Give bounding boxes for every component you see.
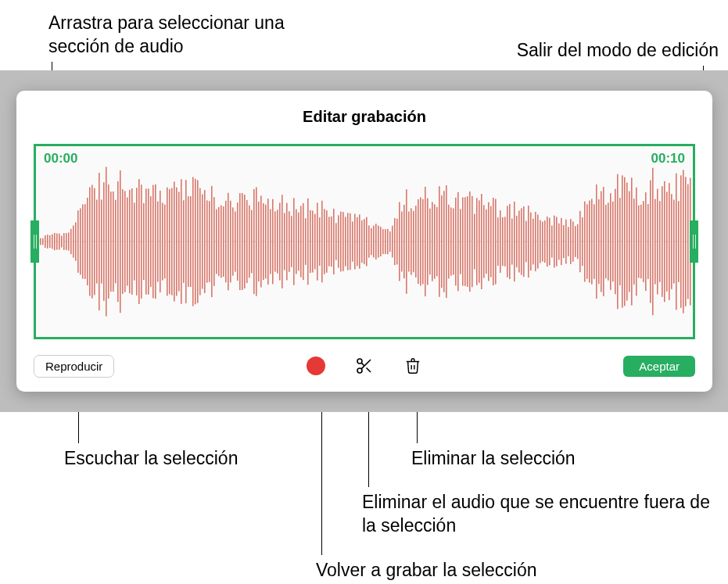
panel-title: Editar grabación — [16, 108, 712, 126]
svg-point-281 — [357, 368, 362, 373]
svg-rect-213 — [535, 212, 536, 271]
svg-rect-190 — [481, 194, 482, 289]
svg-rect-104 — [279, 202, 281, 280]
svg-rect-14 — [68, 232, 70, 250]
svg-rect-74 — [209, 201, 210, 282]
svg-rect-164 — [420, 197, 421, 285]
selection-handle-left[interactable] — [30, 220, 39, 263]
svg-rect-223 — [558, 224, 560, 260]
svg-rect-210 — [528, 206, 529, 278]
svg-rect-70 — [199, 188, 201, 295]
svg-rect-205 — [516, 216, 518, 267]
svg-rect-89 — [244, 195, 246, 288]
svg-rect-72 — [204, 190, 206, 293]
svg-rect-268 — [664, 181, 665, 302]
svg-rect-95 — [258, 202, 260, 281]
svg-rect-226 — [565, 220, 567, 264]
svg-rect-82 — [228, 193, 229, 291]
svg-rect-159 — [408, 212, 410, 272]
delete-button[interactable] — [403, 356, 423, 376]
svg-rect-245 — [610, 193, 611, 290]
svg-rect-11 — [61, 236, 63, 248]
svg-rect-132 — [345, 217, 346, 266]
svg-rect-97 — [263, 203, 264, 280]
svg-rect-237 — [591, 199, 593, 284]
accept-button[interactable]: Aceptar — [623, 356, 695, 377]
svg-rect-37 — [122, 189, 124, 294]
svg-rect-15 — [70, 229, 72, 254]
svg-rect-101 — [272, 199, 274, 285]
svg-rect-188 — [476, 198, 478, 285]
svg-rect-228 — [570, 219, 572, 264]
svg-rect-197 — [497, 217, 499, 266]
scissors-icon — [355, 356, 374, 375]
controls-row: Reproducir — [34, 353, 695, 378]
trash-icon — [404, 356, 421, 375]
svg-rect-13 — [66, 233, 67, 250]
callout-listen-selection: Escuchar la selección — [64, 447, 238, 471]
play-button[interactable]: Reproducir — [34, 355, 114, 378]
svg-rect-277 — [685, 177, 687, 306]
svg-rect-3 — [42, 238, 44, 245]
svg-rect-135 — [352, 221, 353, 261]
svg-rect-143 — [371, 228, 372, 255]
svg-rect-47 — [145, 188, 147, 294]
svg-rect-235 — [586, 204, 588, 278]
svg-rect-94 — [256, 187, 257, 296]
svg-rect-19 — [80, 209, 81, 275]
svg-rect-66 — [190, 196, 192, 287]
svg-rect-49 — [150, 196, 152, 287]
svg-rect-100 — [270, 210, 271, 274]
waveform-display — [36, 146, 693, 337]
svg-rect-46 — [143, 203, 145, 280]
svg-rect-111 — [296, 210, 297, 274]
callout-rerecord: Volver a grabar la selección — [316, 559, 537, 582]
svg-rect-7 — [52, 235, 53, 249]
svg-rect-139 — [361, 220, 363, 263]
svg-rect-211 — [530, 213, 532, 271]
record-button[interactable] — [306, 356, 326, 376]
svg-rect-112 — [298, 213, 299, 271]
svg-rect-216 — [542, 221, 543, 261]
svg-rect-233 — [582, 217, 583, 266]
svg-rect-218 — [547, 217, 548, 267]
svg-rect-209 — [525, 221, 527, 263]
svg-rect-250 — [622, 175, 623, 307]
svg-rect-256 — [636, 188, 637, 296]
svg-rect-232 — [579, 211, 581, 272]
svg-rect-194 — [490, 206, 492, 278]
svg-rect-68 — [195, 179, 196, 305]
svg-rect-63 — [183, 200, 185, 283]
svg-rect-172 — [439, 186, 440, 297]
svg-rect-20 — [82, 204, 84, 278]
svg-rect-183 — [464, 197, 466, 286]
svg-rect-33 — [113, 192, 114, 292]
svg-rect-174 — [443, 191, 445, 292]
svg-rect-273 — [676, 174, 677, 310]
svg-rect-193 — [488, 202, 490, 281]
svg-rect-85 — [235, 211, 236, 271]
trim-button[interactable] — [354, 356, 375, 376]
svg-rect-109 — [291, 216, 292, 267]
svg-rect-180 — [457, 192, 459, 292]
svg-rect-167 — [427, 199, 429, 285]
selection-handle-right[interactable] — [690, 220, 698, 263]
svg-rect-203 — [511, 218, 513, 264]
svg-rect-120 — [317, 202, 318, 280]
svg-rect-185 — [469, 192, 471, 292]
svg-rect-217 — [544, 220, 546, 263]
svg-rect-107 — [286, 203, 288, 281]
svg-rect-10 — [59, 234, 60, 250]
svg-rect-148 — [382, 229, 384, 254]
svg-rect-36 — [120, 170, 121, 313]
svg-rect-32 — [110, 192, 112, 292]
svg-rect-252 — [626, 182, 628, 300]
svg-rect-34 — [115, 200, 117, 284]
waveform-selection-frame[interactable]: 00:00 00:10 — [34, 144, 695, 339]
svg-rect-171 — [436, 207, 438, 277]
svg-rect-6 — [49, 235, 51, 248]
svg-rect-55 — [164, 205, 166, 279]
svg-rect-56 — [167, 188, 168, 296]
svg-rect-105 — [282, 195, 283, 288]
svg-rect-199 — [502, 217, 504, 266]
